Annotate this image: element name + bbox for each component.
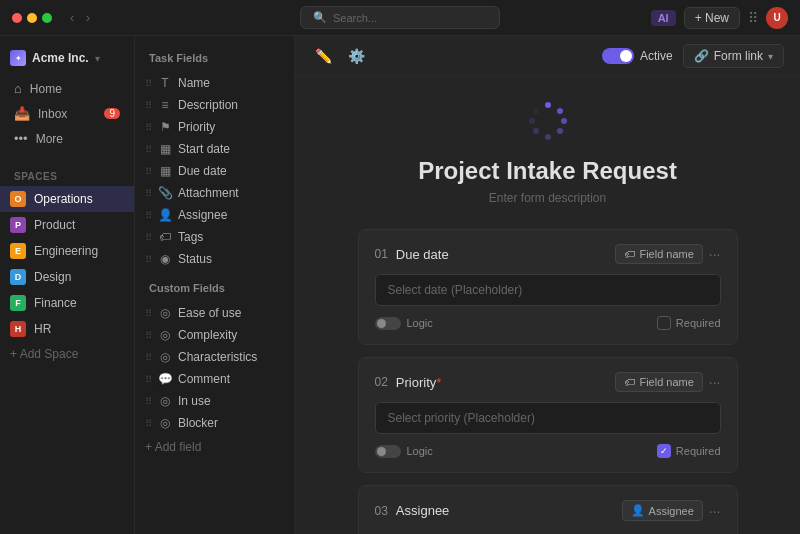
- logic-toggle: Logic: [375, 317, 433, 330]
- field-item-due-date[interactable]: ⠿ ▦ Due date: [135, 160, 294, 182]
- field-item-description[interactable]: ⠿ ≡ Description: [135, 94, 294, 116]
- status-toggle-group: Active: [602, 48, 673, 64]
- field-number-label: 01 Due date: [375, 247, 449, 262]
- field-icon-in-use: ◎: [158, 394, 172, 408]
- inbox-badge: 9: [104, 108, 120, 119]
- more-options-icon[interactable]: ···: [709, 246, 721, 262]
- assignee-icon: 👤: [631, 504, 645, 517]
- required-check: ✓ Required: [657, 444, 721, 458]
- sidebar-item-product[interactable]: P Product: [0, 212, 134, 238]
- add-space-button[interactable]: + Add Space: [0, 342, 134, 366]
- sidebar-item-design[interactable]: D Design: [0, 264, 134, 290]
- required-check: Required: [657, 316, 721, 330]
- field-item-comment[interactable]: ⠿ 💬 Comment: [135, 368, 294, 390]
- field-tag-icon: 🏷: [624, 376, 635, 388]
- priority-input[interactable]: Select priority (Placeholder): [375, 402, 721, 434]
- form-toolbar: ✏️ ⚙️ Active 🔗 Form link ▾: [295, 36, 800, 77]
- field-header-assignee: 03 Assignee 👤 Assignee ···: [375, 500, 721, 521]
- logic-mini-toggle[interactable]: [375, 445, 401, 458]
- field-footer: Logic ✓ Required: [375, 444, 721, 458]
- field-name-button[interactable]: 👤 Assignee: [622, 500, 703, 521]
- field-name-button[interactable]: 🏷 Field name: [615, 372, 702, 392]
- search-bar[interactable]: 🔍 Search...: [300, 6, 500, 29]
- field-name-due-date: Due date: [396, 247, 449, 262]
- new-button[interactable]: + New: [684, 7, 740, 29]
- sidebar-item-more[interactable]: ••• More: [6, 126, 128, 151]
- field-label-start-date: Start date: [178, 142, 230, 156]
- form-field-priority: 02 Priority* 🏷 Field name ··· Select pri…: [358, 357, 738, 473]
- status-label: Active: [640, 49, 673, 63]
- field-item-complexity[interactable]: ⠿ ◎ Complexity: [135, 324, 294, 346]
- form-spinner: [528, 101, 568, 141]
- field-item-start-date[interactable]: ⠿ ▦ Start date: [135, 138, 294, 160]
- sidebar-item-engineering[interactable]: E Engineering: [0, 238, 134, 264]
- sidebar-item-hr[interactable]: H HR: [0, 316, 134, 342]
- ai-badge[interactable]: AI: [651, 10, 676, 26]
- svg-point-3: [557, 128, 563, 134]
- field-name-btn-label: Field name: [639, 248, 693, 260]
- space-dot-product: P: [10, 217, 26, 233]
- back-arrow[interactable]: ‹: [66, 9, 78, 27]
- more-options-icon[interactable]: ···: [709, 503, 721, 519]
- drag-handle: ⠿: [145, 418, 152, 429]
- drag-handle: ⠿: [145, 232, 152, 243]
- field-icon-status: ◉: [158, 252, 172, 266]
- space-dot-design: D: [10, 269, 26, 285]
- field-item-blocker[interactable]: ⠿ ◎ Blocker: [135, 412, 294, 434]
- required-checkbox[interactable]: ✓: [657, 444, 671, 458]
- field-label-comment: Comment: [178, 372, 230, 386]
- field-header-priority: 02 Priority* 🏷 Field name ···: [375, 372, 721, 392]
- field-name-button[interactable]: 🏷 Field name: [615, 244, 702, 264]
- mini-toggle-knob: [377, 319, 386, 328]
- sidebar-item-label: More: [36, 132, 63, 146]
- space-label-hr: HR: [34, 322, 51, 336]
- field-icon-description: ≡: [158, 98, 172, 112]
- task-fields-label: Task Fields: [135, 48, 294, 72]
- field-item-name[interactable]: ⠿ T Name: [135, 72, 294, 94]
- field-item-tags[interactable]: ⠿ 🏷 Tags: [135, 226, 294, 248]
- drag-handle: ⠿: [145, 210, 152, 221]
- space-label-finance: Finance: [34, 296, 77, 310]
- date-input[interactable]: Select date (Placeholder): [375, 274, 721, 306]
- required-label: Required: [676, 317, 721, 329]
- logic-toggle: Logic: [375, 445, 433, 458]
- field-item-attachment[interactable]: ⠿ 📎 Attachment: [135, 182, 294, 204]
- maximize-button[interactable]: [42, 13, 52, 23]
- sidebar-item-home[interactable]: ⌂ Home: [6, 76, 128, 101]
- forward-arrow[interactable]: ›: [82, 9, 94, 27]
- field-item-assignee[interactable]: ⠿ 👤 Assignee: [135, 204, 294, 226]
- form-link-label: Form link: [714, 49, 763, 63]
- field-item-status[interactable]: ⠿ ◉ Status: [135, 248, 294, 270]
- field-number: 03: [375, 504, 388, 518]
- edit-icon[interactable]: ✏️: [311, 46, 336, 66]
- logic-mini-toggle[interactable]: [375, 317, 401, 330]
- titlebar-left: ‹ ›: [12, 9, 94, 27]
- field-name-btn-label: Field name: [639, 376, 693, 388]
- sidebar-item-finance[interactable]: F Finance: [0, 290, 134, 316]
- grid-icon[interactable]: ⠿: [748, 10, 758, 26]
- status-toggle[interactable]: [602, 48, 634, 64]
- titlebar-center: 🔍 Search...: [300, 6, 500, 29]
- close-button[interactable]: [12, 13, 22, 23]
- drag-handle: ⠿: [145, 396, 152, 407]
- sidebar-item-inbox[interactable]: 📥 Inbox 9: [6, 101, 128, 126]
- add-field-button[interactable]: + Add field: [135, 434, 294, 460]
- chevron-down-icon: ▾: [95, 53, 100, 64]
- required-checkbox[interactable]: [657, 316, 671, 330]
- field-item-characteristics[interactable]: ⠿ ◎ Characteristics: [135, 346, 294, 368]
- field-item-in-use[interactable]: ⠿ ◎ In use: [135, 390, 294, 412]
- sidebar-item-operations[interactable]: O Operations: [0, 186, 134, 212]
- field-item-ease-of-use[interactable]: ⠿ ◎ Ease of use: [135, 302, 294, 324]
- space-dot-hr: H: [10, 321, 26, 337]
- field-footer: Logic Required: [375, 316, 721, 330]
- settings-icon[interactable]: ⚙️: [344, 46, 369, 66]
- minimize-button[interactable]: [27, 13, 37, 23]
- workspace-header[interactable]: ✦ Acme Inc. ▾: [0, 44, 134, 72]
- middle-panel: Task Fields ⠿ T Name ⠿ ≡ Description ⠿ ⚑…: [135, 36, 295, 534]
- svg-point-2: [561, 118, 567, 124]
- field-item-priority[interactable]: ⠿ ⚑ Priority: [135, 116, 294, 138]
- form-link-button[interactable]: 🔗 Form link ▾: [683, 44, 784, 68]
- svg-point-6: [529, 118, 535, 124]
- more-options-icon[interactable]: ···: [709, 374, 721, 390]
- space-dot-finance: F: [10, 295, 26, 311]
